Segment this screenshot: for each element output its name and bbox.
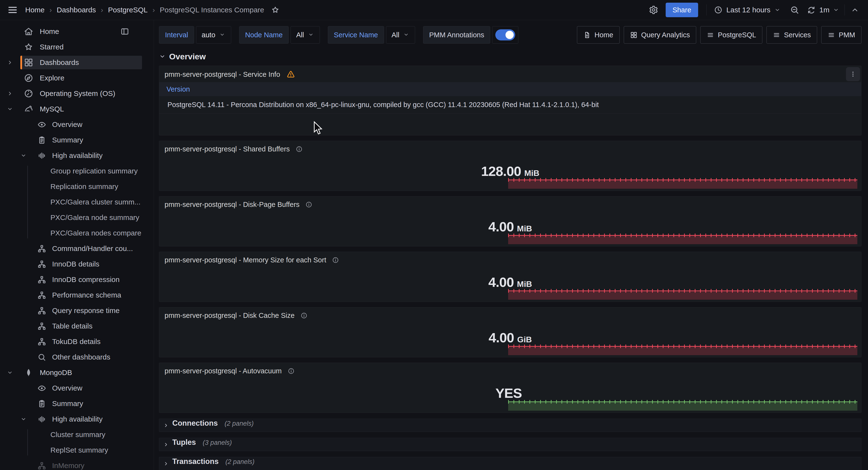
chevron-down-icon[interactable] [20,152,34,159]
refresh-interval-label[interactable]: 1m [819,6,830,14]
topnav-divider [706,4,707,15]
chevron-down-icon [403,32,409,38]
info-circle-icon[interactable] [305,201,312,208]
sidebar-item-group-replication-summary[interactable]: Group replication summary [0,163,154,179]
panel-title[interactable]: pmm-server-postgresql - Memory Size for … [164,256,326,264]
sidebar-item-inmemory[interactable]: InMemory [0,458,154,470]
info-circle-icon[interactable] [332,256,339,263]
sidebar-item-cluster-summary[interactable]: Cluster summary [0,427,154,442]
sidebar-item-mysql[interactable]: MySQL [0,101,154,117]
menu-hamburger-icon[interactable] [6,4,19,16]
breadcrumb-separator: › [101,6,103,14]
eye-icon [37,384,46,393]
high-availability-bars-icon [37,151,46,160]
sparkline-flat-red [508,346,857,355]
panel-title[interactable]: pmm-server-postgresql - Autovacuum [164,367,282,375]
chevron-down-icon[interactable] [7,106,20,112]
section-row-tuples[interactable]: Tuples (3 panels) [159,438,862,451]
sidebar-item-table-details[interactable]: Table details [0,318,154,334]
time-range-picker[interactable]: Last 12 hours [709,2,786,18]
table-column-header-version[interactable]: Version [159,82,861,96]
chevron-right-icon [163,442,169,447]
breadcrumb-home[interactable]: Home [25,6,44,14]
link-button-services[interactable]: Services [767,26,817,43]
collapse-kiosk-chevron-up-icon[interactable] [849,4,861,16]
info-circle-icon[interactable] [301,312,308,319]
interval-variable-select[interactable]: auto [196,26,231,43]
sidebar-item-pxc-galera-node-summary[interactable]: PXC/Galera node summary [0,210,154,225]
refresh-icon[interactable] [807,5,816,14]
list-icon [828,31,835,39]
sidebar-item-query-response-time[interactable]: Query response time [0,303,154,318]
section-row-transactions[interactable]: Transactions (2 panels) [159,457,862,470]
sidebar-item-other-dashboards[interactable]: Other dashboards [0,349,154,365]
sidebar-item-pxc-galera-cluster-summary[interactable]: PXC/Galera cluster summ... [0,194,154,210]
panel-disk-cache-size: pmm-server-postgresql - Disk Cache Size … [159,307,862,357]
stat-value: 4.00 GiB [159,330,861,345]
sidebar-item-mysql-overview[interactable]: Overview [0,117,154,132]
sidebar-item-innodb-compression[interactable]: InnoDB compression [0,272,154,287]
sidebar-item-mongodb[interactable]: MongoDB [0,365,154,380]
node-name-variable-label[interactable]: Node Name [239,26,289,43]
chevron-right-icon[interactable] [7,90,20,97]
service-name-variable-label[interactable]: Service Name [328,26,384,43]
service-name-variable-select[interactable]: All [386,26,415,43]
chevron-down-icon[interactable] [833,7,839,13]
dock-sidebar-icon[interactable] [120,27,129,36]
panel-title-row: pmm-server-postgresql - Disk Cache Size [159,308,861,319]
link-button-query-analytics[interactable]: Query Analytics [624,26,696,43]
favorite-star-icon[interactable] [270,5,281,15]
sidebar-item-mongodb-summary[interactable]: Summary [0,396,154,411]
section-row-overview[interactable]: Overview [159,51,862,62]
panel-title[interactable]: pmm-server-postgresql - Disk-Page Buffer… [164,200,300,209]
sidebar-item-dashboards[interactable]: Dashboards [0,55,154,70]
panel-title[interactable]: pmm-server-postgresql - Service Info [164,70,280,79]
interval-variable-label[interactable]: Interval [159,26,194,43]
chevron-down-icon[interactable] [20,416,34,422]
dashboard-settings-gear-icon[interactable] [648,4,659,16]
panel-title[interactable]: pmm-server-postgresql - Disk Cache Size [164,312,294,319]
info-circle-icon[interactable] [296,146,303,153]
breadcrumb-dashboards[interactable]: Dashboards [57,6,96,14]
sidebar-item-operating-system[interactable]: Operating System (OS) [0,86,154,101]
dashboard-toolbar: Interval auto Node Name All Service Name [159,26,862,43]
toggle-knob [505,31,514,39]
link-button-home[interactable]: Home [577,26,619,43]
sidebar-item-tokudb-details[interactable]: TokuDB details [0,334,154,349]
pmm-annotations-toggle[interactable] [495,29,515,40]
link-button-postgresql[interactable]: PostgreSQL [700,26,762,43]
sidebar-item-explore[interactable]: Explore [0,70,154,86]
sidebar-item-performance-schema[interactable]: Performance schema [0,287,154,303]
share-button[interactable]: Share [666,3,698,17]
sidebar-item-mongodb-high-availability[interactable]: High availability [0,411,154,427]
link-button-pmm[interactable]: PMM [821,26,862,43]
sidebar-item-home[interactable]: Home [0,24,154,39]
chevron-right-icon[interactable] [7,59,20,66]
sidebar-item-mysql-summary[interactable]: Summary [0,132,154,148]
variable-service-name: Service Name All [328,26,415,43]
grid-icon [630,31,638,39]
sidebar-item-starred[interactable]: Starred [0,39,154,55]
sidebar-item-replication-summary[interactable]: Replication summary [0,179,154,194]
sidebar-item-innodb-details[interactable]: InnoDB details [0,256,154,272]
refresh-controls[interactable]: 1m [803,5,842,14]
chevron-down-icon [774,7,780,13]
panel-title[interactable]: pmm-server-postgresql - Shared Buffers [164,145,290,153]
chevron-down-icon[interactable] [7,370,20,376]
stat-value: 4.00 MiB [159,219,861,234]
sidebar-item-pxc-galera-nodes-compare[interactable]: PXC/Galera nodes compare [0,225,154,241]
panel-kebab-menu-icon[interactable] [846,67,860,81]
info-circle-icon[interactable] [288,368,294,375]
sidebar-item-mysql-high-availability[interactable]: High availability [0,148,154,163]
sidebar-item-command-handler-counters[interactable]: Command/Handler cou... [0,241,154,256]
sidebar-item-mongodb-overview[interactable]: Overview [0,380,154,396]
chevron-down-icon [159,53,166,60]
sidebar-item-replset-summary[interactable]: ReplSet summary [0,442,154,458]
node-name-variable-select[interactable]: All [290,26,320,43]
zoom-out-time-icon[interactable] [788,4,801,16]
section-row-connections[interactable]: Connections (2 panels) [159,419,862,432]
breadcrumb-postgresql[interactable]: PostgreSQL [108,6,148,14]
warning-triangle-icon[interactable] [286,70,295,79]
sitemap-icon [37,322,46,331]
chevron-right-icon [163,461,169,467]
